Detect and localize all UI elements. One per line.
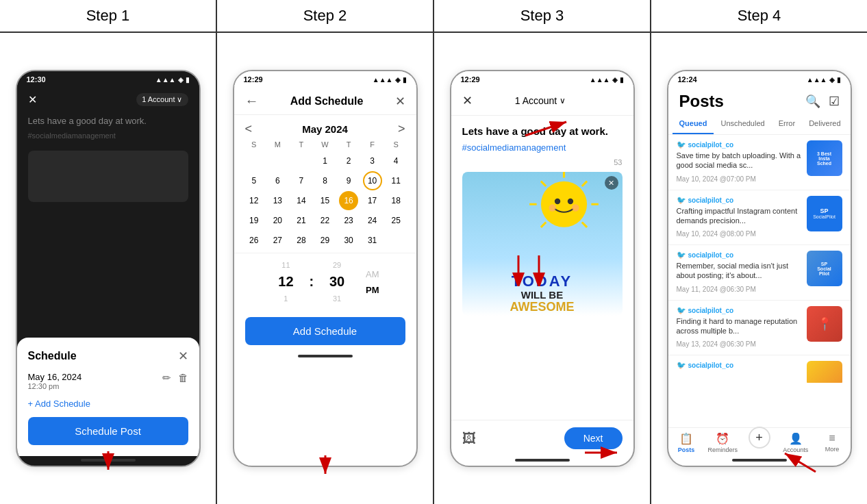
step3-awesome-text: AWESOME: [468, 301, 617, 314]
cal-day-27[interactable]: 27: [268, 231, 287, 250]
cal-day-22[interactable]: 22: [315, 211, 334, 230]
cal-day-18[interactable]: 18: [386, 191, 405, 210]
step2-back-btn[interactable]: ←: [245, 93, 259, 109]
cal-day-10[interactable]: 10: [363, 171, 382, 190]
step3-header: Step 3: [434, 0, 651, 32]
cal-prev-btn[interactable]: <: [245, 122, 253, 136]
cal-day-21[interactable]: 21: [292, 211, 311, 230]
cal-day-20[interactable]: 20: [268, 211, 287, 230]
post2-thumbnail: SP SocialPilot: [807, 196, 842, 231]
cal-day-12[interactable]: 12: [244, 191, 264, 210]
cal-day-6[interactable]: 6: [268, 171, 287, 190]
step3-willbe-text: WILL BE: [468, 290, 617, 301]
twitter-icon-2: 🐦: [677, 196, 686, 205]
nav-create[interactable]: +: [741, 428, 777, 456]
step1-account-selector[interactable]: 1 Account ∨: [136, 93, 188, 106]
post2-time: May 10, 2024 @08:00 PM: [677, 230, 756, 238]
step3-account-chevron: ∨: [560, 96, 566, 105]
post3-account: socialpilot_co: [688, 251, 734, 259]
minute-picker[interactable]: 29 30 31: [318, 259, 356, 305]
tab-delivered[interactable]: Delivered: [802, 114, 847, 134]
tab-unscheduled[interactable]: Unscheduled: [714, 114, 771, 134]
cal-day-13[interactable]: 13: [268, 191, 287, 210]
step4-page-title: Posts: [679, 92, 724, 111]
tab-error[interactable]: Error: [772, 114, 802, 134]
cal-day-24[interactable]: 24: [363, 211, 382, 230]
weekday-thu: T: [337, 140, 361, 149]
step1-close-btn[interactable]: ✕: [28, 93, 37, 106]
weekday-tue: T: [290, 140, 314, 149]
svg-point-7: [549, 204, 556, 212]
weekday-mon: M: [266, 140, 290, 149]
cal-next-btn[interactable]: >: [398, 122, 405, 136]
edit-icon[interactable]: ✏: [162, 372, 171, 384]
weekday-sun: S: [242, 140, 266, 149]
ampm-picker[interactable]: AM PM: [362, 267, 384, 297]
step2-battery-icon: ▮: [403, 76, 407, 84]
post4-text: Finding it hard to manage reputation acr…: [677, 316, 801, 336]
cal-day-30[interactable]: 30: [339, 231, 358, 250]
cal-day-1[interactable]: 1: [315, 151, 334, 171]
step4-header: Step 4: [651, 0, 867, 32]
search-icon[interactable]: 🔍: [805, 94, 820, 109]
cal-day-9[interactable]: 9: [339, 171, 358, 190]
cal-day-3[interactable]: 3: [363, 151, 382, 171]
step2-title: Add Schedule: [290, 95, 364, 108]
add-schedule-link[interactable]: + Add Schedule: [28, 399, 188, 409]
step3-close-btn[interactable]: ✕: [462, 93, 473, 108]
am-option[interactable]: AM: [362, 267, 384, 281]
cal-day-5[interactable]: 5: [244, 171, 264, 190]
cal-day-28[interactable]: 28: [292, 231, 311, 250]
create-plus-btn[interactable]: +: [749, 427, 770, 449]
cal-day-26[interactable]: 26: [244, 231, 264, 250]
signal-icon: ▲▲▲: [155, 76, 176, 84]
schedule-post-button[interactable]: Schedule Post: [28, 417, 188, 445]
step3-account-selector[interactable]: 1 Account ∨: [515, 95, 566, 106]
cal-day-4[interactable]: 4: [386, 151, 405, 171]
post-item-2: 🐦 socialpilot_co Crafting impactful Inst…: [668, 190, 851, 246]
image-remove-btn[interactable]: ✕: [605, 176, 618, 190]
step3-time: 12:29: [461, 75, 480, 84]
schedule-close-btn[interactable]: ✕: [178, 349, 188, 364]
hour-current: 12: [266, 271, 305, 292]
cal-day-7[interactable]: 7: [292, 171, 311, 190]
post3-thumbnail: SPSocialPilot: [807, 251, 842, 286]
nav-more[interactable]: ≡ More: [814, 428, 850, 456]
calendar-grid: 1 2 3 4 5 6 7 8 9 10 11 12 13: [242, 151, 408, 250]
posts-icon: 📋: [679, 432, 693, 445]
step3-account-label: 1 Account: [515, 95, 557, 106]
cal-day-14[interactable]: 14: [292, 191, 311, 210]
cal-day-17[interactable]: 17: [363, 191, 382, 210]
cal-day-16[interactable]: 16: [339, 191, 358, 210]
hour-prev: 11: [266, 259, 305, 271]
step4-wifi-icon: ◈: [829, 76, 835, 84]
delete-icon[interactable]: 🗑: [178, 372, 188, 384]
cal-day-31[interactable]: 31: [363, 231, 382, 250]
cal-day-19[interactable]: 19: [244, 211, 264, 230]
filter-icon[interactable]: ☑: [829, 94, 840, 109]
tab-queued[interactable]: Queued: [673, 114, 714, 134]
add-schedule-button[interactable]: Add Schedule: [245, 317, 405, 345]
cal-day-25[interactable]: 25: [386, 211, 405, 230]
cal-day-29[interactable]: 29: [315, 231, 334, 250]
cal-day-8[interactable]: 8: [315, 171, 334, 190]
battery-icon: ▮: [186, 76, 190, 84]
step2-close-btn[interactable]: ✕: [395, 94, 405, 109]
post1-time: May 10, 2024 @07:00 PM: [677, 175, 756, 183]
cal-day-23[interactable]: 23: [339, 211, 358, 230]
weekday-wed: W: [313, 140, 337, 149]
reminders-icon: ⏰: [716, 432, 729, 445]
cal-day-15[interactable]: 15: [315, 191, 334, 210]
step3-media-btn[interactable]: 🖼: [462, 431, 476, 446]
hour-picker[interactable]: 11 12 1: [266, 259, 305, 305]
step1-post-text: Lets have a good day at work.: [28, 116, 188, 126]
cal-day-11[interactable]: 11: [386, 171, 405, 190]
pm-option[interactable]: PM: [362, 283, 384, 297]
nav-reminders[interactable]: ⏰ Reminders: [705, 428, 741, 456]
step3-wifi-icon: ◈: [612, 76, 618, 84]
step2-signal-icon: ▲▲▲: [373, 76, 393, 84]
nav-posts[interactable]: 📋 Posts: [668, 428, 705, 456]
post4-thumbnail: 📍: [807, 306, 842, 342]
min-prev: 29: [318, 259, 356, 271]
cal-day-2[interactable]: 2: [339, 151, 358, 171]
